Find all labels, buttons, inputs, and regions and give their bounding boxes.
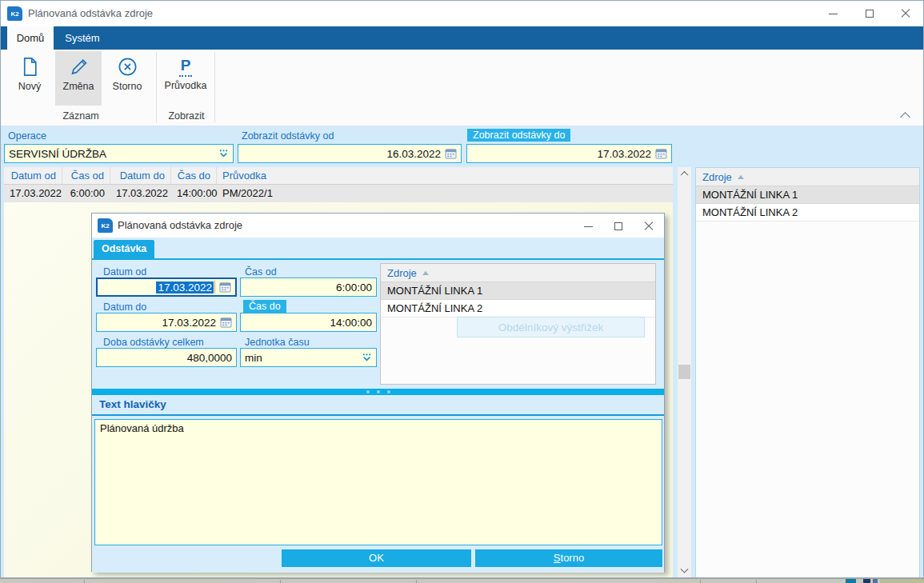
zobrazit-do-label: Zobrazit odstávky do	[467, 129, 570, 142]
list-item-resource[interactable]: MONTÁŽNÍ LINKA 1	[696, 186, 919, 204]
pruvodka-button[interactable]: P Průvodka	[159, 51, 212, 106]
scrollbar-thumb[interactable]	[678, 365, 690, 379]
cas-od-label: Čas od	[245, 266, 277, 278]
text-caret	[214, 281, 215, 293]
k2-app-icon: K2	[7, 6, 22, 21]
resources-panel: Zdroje MONTÁŽNÍ LINKA 1 MONTÁŽNÍ LINKA 2	[695, 167, 920, 578]
datum-do-field[interactable]: 17.03.2022	[96, 313, 237, 332]
main-window: K2 Plánovaná odstávka zdroje Domů Systém…	[0, 0, 924, 578]
storno-button[interactable]: Storno	[103, 51, 151, 106]
maximize-icon	[866, 10, 874, 18]
table-row[interactable]: 17.03.2022 6:00:00 17.03.2022 14:00:00 P…	[4, 185, 673, 202]
dialog-title: Plánovaná odstávka zdroje	[118, 214, 242, 238]
window-title: Plánovaná odstávka zdroje	[28, 1, 153, 26]
jednotka-casu-combo[interactable]: min	[240, 348, 377, 367]
calendar-icon[interactable]	[445, 148, 457, 159]
routing-card-icon: P	[179, 56, 193, 77]
ok-button[interactable]: OK	[282, 549, 471, 567]
collapse-ribbon-icon[interactable]	[900, 112, 910, 122]
close-icon	[901, 9, 910, 18]
zobrazit-do-field[interactable]: 17.03.2022	[466, 144, 672, 163]
cas-do-field[interactable]: 14:00:00	[240, 313, 377, 332]
datum-do-label: Datum do	[103, 301, 146, 313]
circled-x-icon	[117, 56, 138, 78]
list-item-resource[interactable]: MONTÁŽNÍ LINKA 2	[696, 204, 919, 222]
new-button[interactable]: Nový	[7, 51, 52, 106]
col-datum-do[interactable]: Datum do	[110, 167, 171, 184]
edit-button[interactable]: Změna	[55, 51, 102, 106]
new-document-icon	[19, 56, 41, 78]
sort-ascending-icon	[738, 175, 744, 179]
close-icon	[644, 222, 654, 231]
calendar-icon[interactable]	[655, 148, 667, 159]
header-text-section: Text hlavičky	[92, 395, 664, 416]
table-scrollbar[interactable]	[678, 167, 691, 578]
group-label-zobrazit: Zobrazit	[159, 110, 214, 123]
col-cas-od[interactable]: Čas od	[62, 167, 110, 184]
doba-celkem-label: Doba odstávky celkem	[103, 337, 204, 348]
operace-combo[interactable]: SERVISNÍ ÚDRŽBA	[4, 144, 234, 163]
section-underline	[92, 414, 664, 416]
col-pruvodka[interactable]: Průvodka	[217, 167, 673, 184]
dialog-body: Datum od 17.03.2022 Čas od 6:00:00 Datum…	[92, 260, 664, 389]
col-datum-od[interactable]: Datum od	[4, 167, 62, 184]
col-cas-do[interactable]: Čas do	[171, 167, 217, 184]
dialog-resources-header[interactable]: Zdroje	[381, 264, 655, 282]
list-item-resource[interactable]: MONTÁŽNÍ LINKA 1	[381, 282, 655, 300]
calendar-icon[interactable]	[219, 282, 231, 293]
operace-label: Operace	[8, 130, 46, 142]
close-button[interactable]	[887, 1, 923, 26]
dialog-maximize-button[interactable]	[603, 214, 634, 239]
dropdown-icon[interactable]	[218, 149, 229, 158]
tab-system[interactable]: Systém	[54, 26, 111, 50]
outages-table-header: Datum od Čas od Datum do Čas do Průvodka	[4, 167, 673, 185]
dialog-minimize-button[interactable]	[573, 214, 603, 239]
dialog-tabbar: Odstávka	[92, 238, 664, 258]
ribbon-separator	[156, 52, 157, 122]
cas-od-field[interactable]: 6:00:00	[240, 278, 377, 297]
doba-celkem-field[interactable]: 480,0000	[96, 348, 237, 367]
tab-domu[interactable]: Domů	[7, 26, 54, 50]
titlebar: K2 Plánovaná odstávka zdroje	[1, 1, 923, 26]
ribbon-separator	[214, 52, 215, 122]
ribbon-tabbar: Domů Systém	[1, 26, 923, 50]
cas-do-label: Čas do	[243, 300, 286, 313]
scroll-up-button[interactable]	[678, 167, 691, 181]
minimize-button[interactable]	[815, 1, 851, 26]
outage-dialog: K2 Plánovaná odstávka zdroje Odstávka Da…	[91, 213, 665, 572]
dialog-footer: OK Storno	[92, 547, 664, 573]
section-title: Text hlavičky	[99, 398, 166, 410]
snip-overlay-button: Obdélníkový výstřižek	[457, 317, 645, 337]
header-text-area[interactable]: Plánovaná údržba	[94, 419, 662, 545]
dialog-resources-panel: Zdroje MONTÁŽNÍ LINKA 1 MONTÁŽNÍ LINKA 2…	[380, 263, 656, 385]
maximize-button[interactable]	[851, 1, 887, 26]
storno-button[interactable]: Storno	[475, 549, 662, 567]
splitter-handle[interactable]	[92, 389, 664, 395]
datum-od-field[interactable]: 17.03.2022	[96, 278, 237, 297]
list-item-resource[interactable]: MONTÁŽNÍ LINKA 2	[381, 300, 655, 317]
minimize-icon	[584, 226, 593, 227]
scroll-down-button[interactable]	[678, 565, 691, 578]
chevron-down-icon	[681, 565, 689, 573]
dialog-close-button[interactable]	[634, 214, 664, 239]
minimize-icon	[829, 14, 838, 14]
maximize-icon	[614, 222, 622, 230]
calendar-icon[interactable]	[220, 317, 232, 328]
group-label-zaznam: Záznam	[7, 110, 154, 123]
datum-od-label: Datum od	[103, 266, 146, 278]
resources-header[interactable]: Zdroje	[696, 168, 919, 186]
tab-odstavka[interactable]: Odstávka	[94, 240, 154, 258]
zobrazit-od-label: Zobrazit odstávky od	[242, 130, 334, 142]
zobrazit-od-field[interactable]: 16.03.2022	[238, 144, 462, 163]
chevron-up-icon	[681, 171, 689, 179]
jednotka-casu-label: Jednotka času	[245, 337, 310, 348]
pencil-icon	[68, 56, 90, 78]
dropdown-icon[interactable]	[362, 353, 372, 362]
desktop-taskbar-strip	[0, 578, 924, 583]
outages-table: Datum od Čas od Datum do Čas do Průvodka…	[4, 167, 673, 202]
k2-app-icon: K2	[98, 218, 113, 233]
ribbon: Nový Změna Storno P Průvodka Záznam Zobr…	[1, 50, 923, 126]
sort-ascending-icon	[422, 271, 429, 275]
dialog-titlebar: K2 Plánovaná odstávka zdroje	[92, 214, 664, 238]
